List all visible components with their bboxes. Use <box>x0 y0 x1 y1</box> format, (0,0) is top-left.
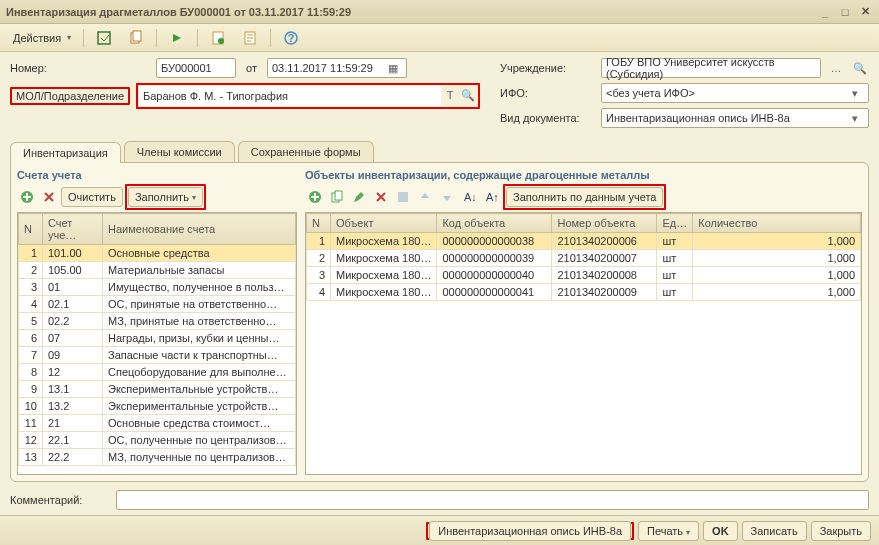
date-field[interactable]: 03.11.2017 11:59:29▦ <box>267 58 407 78</box>
doctype-label: Вид документа: <box>500 112 595 124</box>
delete-icon[interactable] <box>371 187 391 207</box>
header-form: Номер: БУ000001 от 03.11.2017 11:59:29▦ … <box>0 52 879 137</box>
minimize-icon[interactable]: _ <box>817 4 833 20</box>
table-row[interactable]: 2Микросхема 180…000000000000039210134020… <box>307 250 861 267</box>
objects-grid[interactable]: N Объект Код объекта Номер объекта Ед… К… <box>305 212 862 475</box>
table-row[interactable]: 301Имущество, полученное в польз… <box>19 279 296 296</box>
save-button[interactable]: Записать <box>742 521 807 541</box>
table-row[interactable]: 709Запасные части к транспортны… <box>19 347 296 364</box>
search-icon[interactable]: 🔍 <box>851 59 869 77</box>
svg-text:?: ? <box>288 32 295 44</box>
svg-rect-11 <box>335 191 342 200</box>
number-field[interactable]: БУ000001 <box>156 58 236 78</box>
accounts-panel: Счета учета Очистить Заполнить N Счет уч… <box>17 169 297 475</box>
add-icon[interactable] <box>17 187 37 207</box>
separator <box>83 29 84 47</box>
ok-button[interactable]: OK <box>703 521 738 541</box>
org-field[interactable]: ГОБУ ВПО Университет искусств (Субсидия) <box>601 58 821 78</box>
doctype-field[interactable]: Инвентаризационная опись ИНВ-8а▾ <box>601 108 869 128</box>
tab-commission[interactable]: Члены комиссии <box>124 141 235 162</box>
table-row[interactable]: 2105.00Материальные запасы <box>19 262 296 279</box>
ifo-field[interactable]: <без учета ИФО>▾ <box>601 83 869 103</box>
refresh-button[interactable] <box>89 27 119 49</box>
table-row[interactable]: 812Спецоборудование для выполне… <box>19 364 296 381</box>
svg-text:A↓: A↓ <box>464 191 476 203</box>
accounts-title: Счета учета <box>17 169 297 181</box>
down-icon[interactable] <box>437 187 457 207</box>
col-name[interactable]: Наименование счета <box>103 214 296 245</box>
number-label: Номер: <box>10 62 150 74</box>
table-row[interactable]: 502.2МЗ, принятые на ответственно… <box>19 313 296 330</box>
doc2-button[interactable] <box>235 27 265 49</box>
help-button[interactable]: ? <box>276 27 306 49</box>
col-n[interactable]: N <box>19 214 43 245</box>
print-button[interactable]: Печать <box>638 521 699 541</box>
doc1-button[interactable] <box>203 27 233 49</box>
copy-icon[interactable] <box>327 187 347 207</box>
copy-button[interactable] <box>121 27 151 49</box>
separator <box>197 29 198 47</box>
comment-label: Комментарий: <box>10 494 110 506</box>
delete-icon[interactable] <box>39 187 59 207</box>
table-row[interactable]: 3Микросхема 180…000000000000040210134020… <box>307 267 861 284</box>
fill-from-data-button[interactable]: Заполнить по данным учета <box>506 187 663 207</box>
mol-field[interactable]: Баранов Ф. М. - Типография <box>139 86 441 106</box>
col-code[interactable]: Код объекта <box>437 214 552 233</box>
table-row[interactable]: 1322.2МЗ, полученные по централизов… <box>19 449 296 466</box>
sort-asc-icon[interactable]: A↓ <box>459 187 479 207</box>
titlebar: Инвентаризация драгметаллов БУ000001 от … <box>0 0 879 24</box>
mol-label: МОЛ/Подразделение <box>10 87 130 105</box>
col-account[interactable]: Счет уче… <box>43 214 103 245</box>
col-number[interactable]: Номер объекта <box>552 214 657 233</box>
col-unit[interactable]: Ед… <box>657 214 693 233</box>
fill-button[interactable]: Заполнить <box>128 187 203 207</box>
objects-title: Объекты инвентаризации, содержащие драго… <box>305 169 862 181</box>
comment-row: Комментарий: <box>0 486 879 514</box>
table-row[interactable]: 1222.1ОС, полученные по централизов… <box>19 432 296 449</box>
tabs: Инвентаризация Члены комиссии Сохраненны… <box>0 141 879 162</box>
table-row[interactable]: 1101.00Основные средства <box>19 245 296 262</box>
ellipsis-icon[interactable]: … <box>827 59 845 77</box>
col-object[interactable]: Объект <box>331 214 437 233</box>
nav-button[interactable] <box>162 27 192 49</box>
objects-tools: A↓ A↑ Заполнить по данным учета <box>305 185 862 209</box>
tab-inventory[interactable]: Инвентаризация <box>10 142 121 163</box>
table-row[interactable]: 1121Основные средства стоимост… <box>19 415 296 432</box>
svg-rect-0 <box>98 32 110 44</box>
maximize-icon[interactable]: □ <box>837 4 853 20</box>
svg-rect-12 <box>398 192 408 202</box>
svg-text:A↑: A↑ <box>486 191 498 203</box>
close-icon[interactable]: ✕ <box>857 4 873 20</box>
col-n[interactable]: N <box>307 214 331 233</box>
actions-menu[interactable]: Действия <box>6 27 78 49</box>
org-label: Учреждение: <box>500 62 595 74</box>
table-row[interactable]: 913.1Экспериментальные устройств… <box>19 381 296 398</box>
add-icon[interactable] <box>305 187 325 207</box>
up-icon[interactable] <box>415 187 435 207</box>
save-icon[interactable] <box>393 187 413 207</box>
search-icon[interactable]: 🔍 <box>459 86 477 104</box>
comment-field[interactable] <box>116 490 869 510</box>
inventory-report-button[interactable]: Инвентаризационная опись ИНВ-8а <box>429 521 631 541</box>
table-row[interactable]: 4Микросхема 180…000000000000041210134020… <box>307 284 861 301</box>
clear-button[interactable]: Очистить <box>61 187 123 207</box>
table-row[interactable]: 1Микросхема 180…000000000000038210134020… <box>307 233 861 250</box>
sort-desc-icon[interactable]: A↑ <box>481 187 501 207</box>
t-icon[interactable]: T <box>441 86 459 104</box>
separator <box>156 29 157 47</box>
col-qty[interactable]: Количество <box>693 214 861 233</box>
calendar-icon[interactable]: ▦ <box>384 59 402 77</box>
chevron-down-icon[interactable]: ▾ <box>846 109 864 127</box>
ifo-label: ИФО: <box>500 87 595 99</box>
table-row[interactable]: 402.1ОС, принятые на ответственно… <box>19 296 296 313</box>
close-button[interactable]: Закрыть <box>811 521 871 541</box>
tab-saved-forms[interactable]: Сохраненные формы <box>238 141 374 162</box>
accounts-grid[interactable]: N Счет уче… Наименование счета 1101.00Ос… <box>17 212 297 475</box>
chevron-down-icon[interactable]: ▾ <box>846 84 864 102</box>
window-title: Инвентаризация драгметаллов БУ000001 от … <box>6 6 813 18</box>
table-row[interactable]: 607Награды, призы, кубки и ценны… <box>19 330 296 347</box>
accounts-tools: Очистить Заполнить <box>17 185 297 209</box>
svg-rect-2 <box>133 31 141 41</box>
edit-icon[interactable] <box>349 187 369 207</box>
table-row[interactable]: 1013.2Экспериментальные устройств… <box>19 398 296 415</box>
